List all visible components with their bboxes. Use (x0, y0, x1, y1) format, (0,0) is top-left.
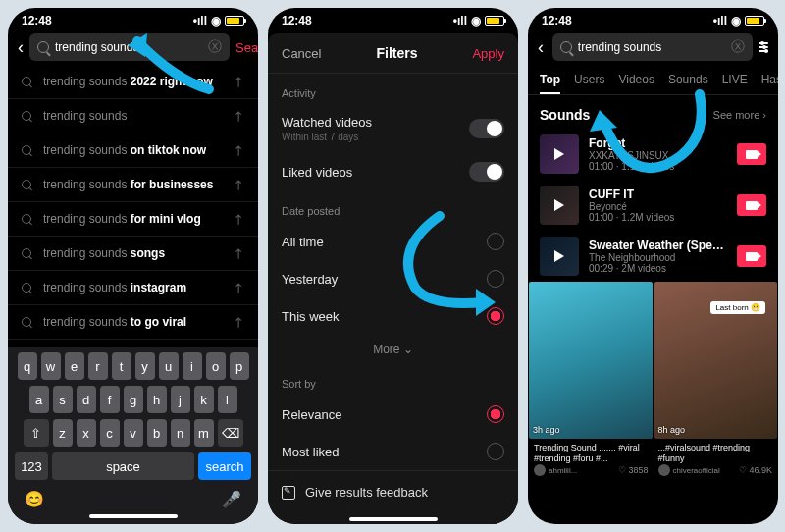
key-r[interactable]: r (88, 352, 108, 380)
sound-item[interactable]: ForgetXXKATUSJINSUX01:00 · 1.1M videos (528, 129, 778, 180)
key-o[interactable]: o (206, 352, 226, 380)
key-e[interactable]: e (65, 352, 84, 380)
more-button[interactable]: More (268, 335, 518, 364)
key-f[interactable]: f (100, 386, 120, 413)
suggestion-item[interactable]: trending sounds on tiktok now↗ (8, 133, 258, 168)
home-indicator[interactable] (89, 514, 178, 518)
key-c[interactable]: c (100, 419, 120, 447)
back-button[interactable]: ‹ (18, 37, 24, 58)
key-p[interactable]: p (230, 352, 249, 380)
key-u[interactable]: u (159, 352, 179, 380)
key-search[interactable]: search (198, 452, 251, 480)
suggestion-item[interactable]: trending sounds songs↗ (8, 237, 258, 271)
fill-arrow-icon[interactable]: ↗ (229, 106, 248, 126)
key-123[interactable]: 123 (15, 452, 48, 480)
avatar[interactable] (534, 464, 546, 476)
record-button[interactable] (737, 245, 766, 267)
toggle-liked[interactable] (469, 162, 504, 182)
key-q[interactable]: q (18, 352, 37, 380)
radio[interactable] (487, 270, 504, 288)
emoji-icon[interactable]: 😊 (25, 490, 44, 508)
cancel-button[interactable]: Cancel (282, 46, 321, 61)
suggestion-item[interactable]: trending sounds for businesses↗ (8, 168, 258, 202)
radio[interactable] (487, 405, 504, 423)
key-j[interactable]: j (171, 386, 190, 413)
radio[interactable] (487, 233, 504, 250)
record-button[interactable] (737, 194, 766, 216)
video-card[interactable]: 8h agoLast born 😬 (654, 282, 778, 439)
fill-arrow-icon[interactable]: ↗ (229, 243, 248, 263)
date-option[interactable]: All time (268, 223, 518, 260)
radio[interactable] (487, 443, 504, 460)
key-backspace[interactable]: ⌫ (218, 419, 243, 447)
key-shift[interactable]: ⇧ (24, 419, 49, 447)
suggestion-item[interactable]: trending sounds instagram↗ (8, 271, 258, 305)
sound-thumbnail[interactable] (540, 186, 579, 225)
key-g[interactable]: g (124, 386, 143, 413)
record-button[interactable] (737, 143, 766, 165)
tab-users[interactable]: Users (574, 73, 604, 94)
search-box[interactable]: ⓧ (552, 33, 753, 61)
tab-videos[interactable]: Videos (618, 73, 654, 94)
username[interactable]: ahmiiii... (549, 466, 577, 475)
toggle-watched[interactable] (469, 119, 504, 138)
fill-arrow-icon[interactable]: ↗ (229, 140, 248, 160)
sound-thumbnail[interactable] (540, 237, 579, 276)
key-y[interactable]: y (135, 352, 155, 380)
sound-thumbnail[interactable] (540, 134, 579, 174)
suggestion-item[interactable]: trending sounds to go viral↗ (8, 305, 258, 340)
radio[interactable] (487, 307, 504, 325)
search-input[interactable] (55, 40, 202, 54)
key-s[interactable]: s (53, 386, 73, 413)
video-card[interactable]: 3h ago (529, 282, 653, 439)
fill-arrow-icon[interactable]: ↗ (229, 278, 248, 297)
tab-live[interactable]: LIVE (722, 73, 748, 94)
date-option[interactable]: This week (268, 297, 518, 335)
key-d[interactable]: d (77, 386, 96, 413)
search-input[interactable] (578, 40, 725, 54)
clear-icon[interactable]: ⓧ (208, 38, 222, 56)
filter-watched-videos[interactable]: Watched videos Within last 7 days (268, 105, 518, 152)
sort-option[interactable]: Relevance (268, 396, 518, 433)
key-m[interactable]: m (194, 419, 214, 447)
fill-arrow-icon[interactable]: ↗ (229, 72, 248, 91)
key-i[interactable]: i (183, 352, 202, 380)
search-button[interactable]: Search (236, 40, 258, 55)
key-w[interactable]: w (41, 352, 61, 380)
back-button[interactable]: ‹ (538, 37, 547, 58)
tab-top[interactable]: Top (540, 73, 560, 94)
fill-arrow-icon[interactable]: ↗ (229, 209, 248, 229)
see-more-link[interactable]: See more › (713, 109, 766, 121)
filters-icon[interactable] (759, 42, 768, 52)
feedback-button[interactable]: Give results feedback (268, 470, 518, 513)
avatar[interactable] (658, 464, 670, 476)
date-option[interactable]: Yesterday (268, 260, 518, 297)
mic-icon[interactable]: 🎤 (222, 490, 241, 508)
key-space[interactable]: space (52, 452, 194, 480)
suggestion-item[interactable]: trending sounds 2022 right now↗ (8, 65, 258, 99)
sound-item[interactable]: Sweater Weather (Sped Up)The Neighbourho… (528, 231, 778, 282)
suggestion-item[interactable]: trending sounds↗ (8, 99, 258, 133)
key-b[interactable]: b (147, 419, 167, 447)
fill-arrow-icon[interactable]: ↗ (229, 312, 248, 332)
home-indicator[interactable] (349, 517, 438, 521)
key-n[interactable]: n (171, 419, 190, 447)
suggestion-item[interactable]: trending sounds for mini vlog↗ (8, 202, 258, 237)
tab-sounds[interactable]: Sounds (668, 73, 708, 94)
username[interactable]: chiveraofficial (673, 466, 720, 475)
filter-liked-videos[interactable]: Liked videos (268, 152, 518, 191)
tab-hashtags[interactable]: Hashtags (761, 73, 778, 94)
apply-button[interactable]: Apply (472, 46, 504, 61)
sound-item[interactable]: CUFF ITBeyoncé01:00 · 1.2M videos (528, 180, 778, 231)
sort-option[interactable]: Most liked (268, 433, 518, 470)
key-x[interactable]: x (77, 419, 96, 447)
key-t[interactable]: t (112, 352, 131, 380)
key-h[interactable]: h (147, 386, 167, 413)
clear-icon[interactable]: ⓧ (731, 38, 745, 56)
fill-arrow-icon[interactable]: ↗ (229, 175, 248, 194)
search-box[interactable]: ⓧ (29, 33, 230, 61)
key-a[interactable]: a (29, 386, 49, 413)
key-z[interactable]: z (53, 419, 73, 447)
key-v[interactable]: v (124, 419, 143, 447)
key-k[interactable]: k (194, 386, 214, 413)
